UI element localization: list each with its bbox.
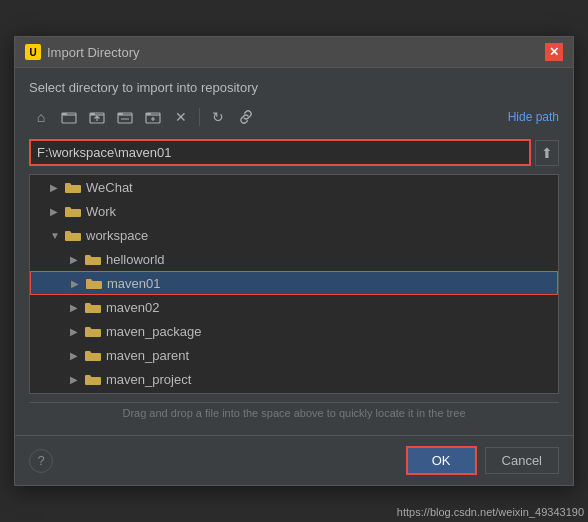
footer: ? OK Cancel xyxy=(15,435,573,485)
refresh-button[interactable]: ↻ xyxy=(206,105,230,129)
arrow-maven-package: ▶ xyxy=(70,326,84,337)
arrow-maven-project: ▶ xyxy=(70,374,84,385)
tree-item-maven02[interactable]: ▶ maven02 xyxy=(30,295,558,319)
tree-item-helloworld[interactable]: ▶ helloworld xyxy=(30,247,558,271)
folder-icon-maven01 xyxy=(85,276,103,290)
svg-rect-1 xyxy=(62,113,67,115)
drag-hint: Drag and drop a file into the space abov… xyxy=(29,402,559,423)
home-button[interactable]: ⌂ xyxy=(29,105,53,129)
folder-icon-maven-parent xyxy=(84,348,102,362)
arrow-wechat: ▶ xyxy=(50,182,64,193)
label-maven01: maven01 xyxy=(107,276,160,291)
arrow-maven-parent: ▶ xyxy=(70,350,84,361)
cancel-button[interactable]: Cancel xyxy=(485,447,559,474)
arrow-work: ▶ xyxy=(50,206,64,217)
app-icon: U xyxy=(25,44,41,60)
link-button[interactable] xyxy=(234,105,258,129)
label-maven-package: maven_package xyxy=(106,324,201,339)
close-button[interactable]: ✕ xyxy=(545,43,563,61)
import-directory-dialog: U Import Directory ✕ Select directory to… xyxy=(14,36,574,486)
file-tree[interactable]: ▶ WeChat ▶ Work ▼ workspace xyxy=(29,174,559,394)
folder-icon-maven-project xyxy=(84,372,102,386)
subtitle: Select directory to import into reposito… xyxy=(29,80,559,95)
label-maven-parent: maven_parent xyxy=(106,348,189,363)
tree-item-workspace[interactable]: ▼ workspace xyxy=(30,223,558,247)
dialog-body: Select directory to import into reposito… xyxy=(15,68,573,435)
folder-icon-wechat xyxy=(64,180,82,194)
path-input[interactable] xyxy=(29,139,531,166)
folder-add-button[interactable] xyxy=(141,105,165,129)
upload-button[interactable]: ⬆ xyxy=(535,140,559,166)
tree-item-maven-project[interactable]: ▶ maven_project xyxy=(30,367,558,391)
arrow-workspace: ▼ xyxy=(50,230,64,241)
label-maven-project: maven_project xyxy=(106,372,191,387)
folder-icon-maven-package xyxy=(84,324,102,338)
label-wechat: WeChat xyxy=(86,180,133,195)
folder-icon-workspace xyxy=(64,228,82,242)
tree-item-maven-package[interactable]: ▶ maven_package xyxy=(30,319,558,343)
delete-button[interactable]: ✕ xyxy=(169,105,193,129)
svg-rect-5 xyxy=(118,113,123,115)
svg-rect-3 xyxy=(90,113,95,115)
tree-item-work[interactable]: ▶ Work xyxy=(30,199,558,223)
watermark: https://blog.csdn.net/weixin_49343190 xyxy=(397,506,584,518)
folder-nav-button[interactable] xyxy=(113,105,137,129)
arrow-maven02: ▶ xyxy=(70,302,84,313)
separator-1 xyxy=(199,108,200,126)
toolbar: ⌂ xyxy=(29,103,559,131)
tree-item-maven-parent[interactable]: ▶ maven_parent xyxy=(30,343,558,367)
svg-rect-7 xyxy=(146,113,151,115)
folder-icon-helloworld xyxy=(84,252,102,266)
folder-up-button[interactable] xyxy=(85,105,109,129)
help-button[interactable]: ? xyxy=(29,449,53,473)
label-workspace: workspace xyxy=(86,228,148,243)
path-row: ⬆ xyxy=(29,139,559,166)
footer-buttons: OK Cancel xyxy=(406,446,559,475)
ok-button[interactable]: OK xyxy=(406,446,477,475)
tree-item-maven01[interactable]: ▶ maven01 xyxy=(30,271,558,295)
folder-icon-work xyxy=(64,204,82,218)
title-bar: U Import Directory ✕ xyxy=(15,37,573,68)
arrow-helloworld: ▶ xyxy=(70,254,84,265)
label-maven02: maven02 xyxy=(106,300,159,315)
title-bar-left: U Import Directory xyxy=(25,44,139,60)
arrow-maven01: ▶ xyxy=(71,278,85,289)
folder-icon-maven02 xyxy=(84,300,102,314)
label-work: Work xyxy=(86,204,116,219)
hide-path-button[interactable]: Hide path xyxy=(508,110,559,124)
dialog-title: Import Directory xyxy=(47,45,139,60)
tree-item-wechat[interactable]: ▶ WeChat xyxy=(30,175,558,199)
label-helloworld: helloworld xyxy=(106,252,165,267)
new-folder-button[interactable] xyxy=(57,105,81,129)
